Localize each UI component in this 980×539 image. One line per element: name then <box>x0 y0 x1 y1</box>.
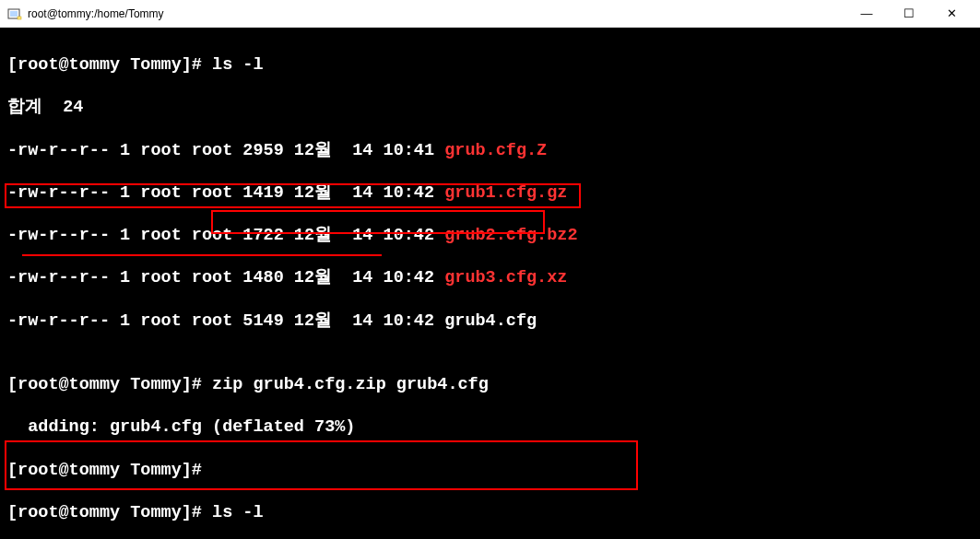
ls-row: -rw-r--r-- 1 root root 2959 12월 14 10:41… <box>7 140 973 161</box>
window-title: root@tommy:/home/Tommy <box>28 7 845 20</box>
file-name: grub4.cfg <box>444 311 537 331</box>
ls-row: -rw-r--r-- 1 root root 1480 12월 14 10:42… <box>7 267 973 288</box>
file-name: grub2.cfg.bz2 <box>444 226 577 245</box>
close-button[interactable]: ✕ <box>930 0 973 28</box>
file-name: grub1.cfg.gz <box>444 183 567 203</box>
prompt-line-3: [root@tommy Tommy]# <box>7 460 973 481</box>
file-name: grub3.cfg.xz <box>444 268 567 287</box>
zip-command: zip grub4.cfg.zip grub4.cfg <box>202 375 489 394</box>
putty-icon <box>7 6 22 21</box>
minimize-button[interactable]: — <box>845 0 888 28</box>
svg-rect-2 <box>18 17 21 19</box>
prompt-line-2: [root@tommy Tommy]# zip grub4.cfg.zip gr… <box>7 374 973 395</box>
terminal[interactable]: [root@tommy Tommy]# ls -l 합계 24 -rw-r--r… <box>0 28 980 539</box>
prompt-line-1: [root@tommy Tommy]# ls -l <box>7 54 973 76</box>
file-name: grub.cfg.Z <box>444 141 547 160</box>
ls-row: -rw-r--r-- 1 root root 1419 12월 14 10:42… <box>7 182 973 204</box>
svg-rect-1 <box>10 11 18 17</box>
total-line-1: 합계 24 <box>7 97 973 118</box>
window-titlebar: root@tommy:/home/Tommy — ☐ ✕ <box>0 0 980 28</box>
ls-row: -rw-r--r-- 1 root root 5149 12월 14 10:42… <box>7 311 973 332</box>
maximize-button[interactable]: ☐ <box>888 0 930 28</box>
ls-row: -rw-r--r-- 1 root root 1722 12월 14 10:42… <box>7 225 973 246</box>
prompt-line-4: [root@tommy Tommy]# ls -l <box>7 502 973 523</box>
zip-output: adding: grub4.cfg (deflated 73%) <box>7 416 973 438</box>
